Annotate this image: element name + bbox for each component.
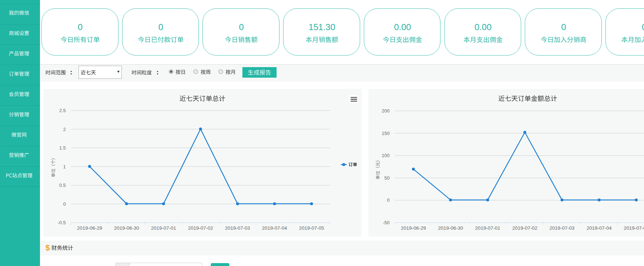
svg-text:100: 100: [382, 153, 390, 158]
svg-text:2019-07-02: 2019-07-02: [512, 225, 538, 231]
svg-text:2019-07-01: 2019-07-01: [475, 225, 500, 231]
svg-text:50: 50: [385, 175, 390, 181]
svg-text:0: 0: [642, 22, 644, 32]
svg-text:1: 1: [63, 164, 66, 169]
svg-text:0: 0: [78, 22, 82, 32]
svg-text:-50: -50: [383, 220, 390, 225]
svg-text:2019-06-30: 2019-06-30: [438, 225, 463, 231]
svg-text:0.5: 0.5: [59, 183, 66, 188]
svg-text:2.5: 2.5: [59, 108, 66, 113]
svg-text:200: 200: [382, 108, 390, 114]
svg-text:-0.5: -0.5: [58, 220, 66, 225]
svg-text:0: 0: [561, 22, 566, 32]
svg-text:151.30: 151.30: [309, 22, 335, 32]
svg-text:1.5: 1.5: [59, 145, 66, 151]
svg-text:2019-07-03: 2019-07-03: [550, 225, 575, 231]
svg-text:2019-06-30: 2019-06-30: [114, 225, 139, 231]
svg-text:0: 0: [387, 197, 390, 203]
svg-text:$: $: [45, 243, 50, 252]
svg-text:2019-07-05: 2019-07-05: [624, 225, 644, 231]
svg-text:0: 0: [158, 22, 163, 32]
svg-text:2019-07-02: 2019-07-02: [188, 225, 213, 231]
svg-text:2019-07-03: 2019-07-03: [225, 225, 250, 231]
svg-text:2: 2: [63, 127, 66, 132]
svg-text:2019-07-04: 2019-07-04: [587, 225, 612, 231]
svg-text:0: 0: [63, 201, 66, 207]
svg-text:2019-07-05: 2019-07-05: [299, 225, 324, 231]
svg-text:150: 150: [382, 131, 390, 136]
svg-text:0.00: 0.00: [394, 22, 411, 32]
svg-text:2019-06-29: 2019-06-29: [401, 225, 426, 231]
svg-text:0: 0: [239, 22, 243, 32]
svg-text:2019-07-01: 2019-07-01: [151, 225, 176, 231]
svg-text:2019-06-29: 2019-06-29: [77, 225, 102, 231]
svg-text:0.00: 0.00: [475, 22, 492, 32]
svg-text:2019-07-04: 2019-07-04: [262, 225, 287, 231]
